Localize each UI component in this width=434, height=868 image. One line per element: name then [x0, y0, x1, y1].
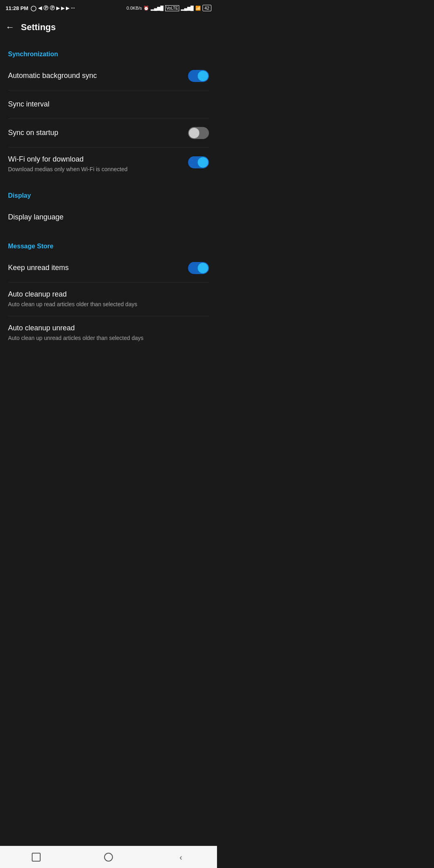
time-display: 11:28 PM	[6, 5, 28, 11]
toggle-thumb	[198, 157, 208, 168]
keep-unread-items-title: Keep unread items	[8, 263, 180, 272]
display-language-title: Display language	[8, 213, 201, 222]
auto-cleanup-unread-title: Auto cleanup unread	[8, 323, 201, 333]
auto-bg-sync-toggle[interactable]	[188, 70, 209, 82]
pinterest2-icon: Ⓟ	[50, 5, 55, 12]
pinterest-icon: Ⓟ	[43, 5, 48, 12]
alarm-icon: ⏰	[143, 6, 149, 11]
status-right-icons: 0.0KB/s ⏰ ▂▄▆█ VoLTE ▂▄▆█ 📶 42	[127, 5, 211, 11]
status-bar: 11:28 PM ◯ ◀ Ⓟ Ⓟ ▶ ▶ ▶ ··· 0.0KB/s ⏰ ▂▄▆…	[0, 0, 217, 15]
mail-icon: ◀	[38, 5, 42, 11]
setting-wifi-only[interactable]: Wi-Fi only for download Download medias …	[0, 147, 217, 181]
youtube-icon: ▶	[56, 6, 59, 11]
battery-icon: 42	[203, 5, 211, 11]
youtube3-icon: ▶	[66, 6, 69, 11]
app-bar: ← Settings	[0, 15, 217, 39]
page-title: Settings	[21, 22, 56, 33]
facebook-icon: ◯	[31, 5, 37, 11]
auto-bg-sync-title: Automatic background sync	[8, 71, 180, 80]
setting-auto-cleanup-read[interactable]: Auto cleanup read Auto clean up read art…	[0, 283, 217, 316]
sync-on-startup-title: Sync on startup	[8, 128, 180, 137]
sync-interval-title: Sync interval	[8, 100, 201, 109]
lte-icon: VoLTE	[165, 5, 179, 11]
toggle-thumb	[198, 71, 208, 81]
wifi-only-title: Wi-Fi only for download	[8, 155, 180, 164]
dots-icon: ···	[71, 5, 75, 11]
bottom-spacer	[0, 350, 217, 378]
setting-auto-cleanup-unread[interactable]: Auto cleanup unread Auto clean up unread…	[0, 316, 217, 350]
battery-level: 42	[205, 6, 209, 10]
auto-cleanup-read-title: Auto cleanup read	[8, 290, 201, 299]
network-speed: 0.0KB/s	[127, 6, 142, 10]
section-message-store-header: Message Store	[0, 235, 217, 254]
wifi-icon: 📶	[195, 6, 201, 11]
status-icons: ◯ ◀ Ⓟ Ⓟ ▶ ▶ ▶ ···	[31, 5, 75, 12]
auto-cleanup-read-subtitle: Auto clean up read articles older than s…	[8, 301, 201, 309]
setting-sync-interval[interactable]: Sync interval	[0, 90, 217, 119]
setting-auto-bg-sync[interactable]: Automatic background sync	[0, 62, 217, 90]
status-time: 11:28 PM ◯ ◀ Ⓟ Ⓟ ▶ ▶ ▶ ···	[6, 5, 75, 12]
setting-display-language[interactable]: Display language	[0, 203, 217, 231]
back-button[interactable]: ←	[6, 22, 14, 33]
setting-sync-on-startup[interactable]: Sync on startup	[0, 119, 217, 147]
section-synchronization-header: Synchronization	[0, 43, 217, 62]
signal2-icon: ▂▄▆█	[181, 6, 194, 11]
signal-icon: ▂▄▆█	[151, 6, 164, 11]
auto-cleanup-unread-subtitle: Auto clean up unread articles older than…	[8, 334, 201, 342]
youtube2-icon: ▶	[61, 6, 64, 11]
section-display-header: Display	[0, 185, 217, 203]
wifi-only-toggle[interactable]	[188, 156, 209, 168]
settings-content: Synchronization Automatic background syn…	[0, 39, 217, 382]
toggle-thumb	[189, 128, 199, 138]
sync-on-startup-toggle[interactable]	[188, 127, 209, 139]
setting-keep-unread-items[interactable]: Keep unread items	[0, 254, 217, 282]
keep-unread-toggle[interactable]	[188, 262, 209, 274]
wifi-only-subtitle: Download medias only when Wi-Fi is conne…	[8, 166, 180, 174]
toggle-thumb	[198, 263, 208, 273]
